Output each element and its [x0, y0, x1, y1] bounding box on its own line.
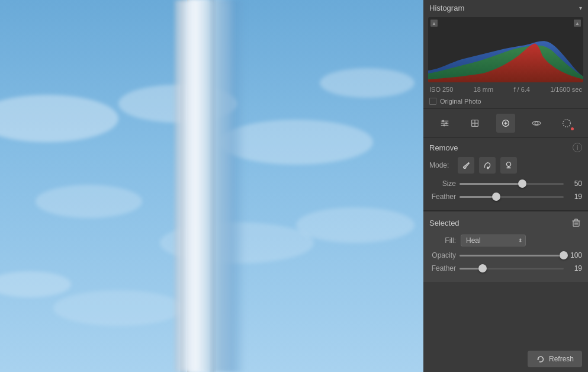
exif-focal: 18 mm [474, 86, 494, 93]
svg-rect-10 [189, 0, 197, 372]
remove-feather-slider-row: Feather 19 [429, 193, 582, 201]
exif-bar: ISO 250 18 mm f / 6.4 1/1600 sec [423, 84, 588, 95]
mode-stamp-button[interactable] [500, 157, 517, 174]
remove-feather-slider-value: 19 [567, 193, 582, 201]
svg-rect-16 [210, 0, 214, 372]
adjustments-tool-button[interactable] [435, 114, 454, 133]
svg-point-3 [219, 120, 373, 165]
svg-rect-0 [0, 0, 423, 372]
svg-point-2 [118, 85, 237, 123]
histogram-highlight-clip[interactable]: ▲ [574, 20, 581, 27]
refresh-button-label: Refresh [549, 355, 574, 363]
selected-feather-slider-row: Feather 19 [429, 264, 582, 272]
opacity-slider-value: 100 [567, 251, 582, 259]
size-slider-track[interactable] [460, 183, 564, 185]
opacity-slider-track[interactable] [460, 255, 564, 256]
size-slider-thumb[interactable] [518, 179, 526, 188]
selected-title: Selected [429, 219, 460, 227]
tool-active-dot [571, 127, 574, 130]
heal-brush-tool-button[interactable] [496, 114, 515, 133]
size-slider-fill [460, 183, 522, 185]
svg-point-4 [36, 185, 142, 218]
delete-selected-button[interactable] [570, 217, 582, 229]
selected-header: Selected [429, 217, 582, 229]
remove-feather-slider-fill [460, 196, 496, 198]
opacity-slider-fill [460, 255, 564, 256]
fill-row: Fill: Heal Content Aware Clone [429, 235, 582, 246]
opacity-slider-row: Opacity 100 [429, 251, 582, 259]
remove-section: Remove i Mode: [423, 138, 588, 210]
mode-row: Mode: [429, 157, 582, 174]
size-slider-value: 50 [567, 179, 582, 188]
opacity-label: Opacity [429, 251, 456, 259]
svg-point-30 [535, 121, 538, 124]
svg-rect-34 [506, 168, 510, 169]
remove-feather-slider-track[interactable] [460, 196, 564, 198]
exif-shutter: 1/1600 sec [550, 86, 582, 93]
selected-feather-slider-thumb[interactable] [478, 264, 487, 272]
bottom-action-area: Refresh [423, 346, 588, 372]
remove-feather-slider-thumb[interactable] [492, 193, 500, 201]
histogram-chart: ▲ ▲ [428, 17, 583, 82]
eye-tool-button[interactable] [527, 114, 546, 133]
mode-lasso-button[interactable] [479, 157, 496, 174]
mode-label: Mode: [429, 161, 453, 169]
refresh-button[interactable]: Refresh [528, 351, 582, 367]
right-panel: Histogram ▾ ▲ ▲ [423, 0, 588, 372]
exif-iso: ISO 250 [429, 86, 453, 93]
selected-feather-label: Feather [429, 264, 456, 272]
histogram-dropdown-arrow[interactable]: ▾ [579, 5, 582, 11]
exif-aperture: f / 6.4 [513, 86, 530, 93]
svg-point-23 [443, 124, 445, 127]
svg-point-33 [506, 162, 510, 166]
svg-point-7 [0, 271, 71, 297]
photo-canvas [0, 0, 423, 372]
svg-point-9 [53, 290, 184, 326]
histogram-header: Histogram ▾ [423, 0, 588, 16]
remove-section-title: Remove [429, 143, 458, 152]
fill-select[interactable]: Heal Content Aware Clone [461, 235, 526, 246]
svg-rect-15 [181, 0, 185, 372]
divider-3 [423, 210, 588, 211]
svg-point-21 [442, 120, 444, 123]
histogram-shadow-clip[interactable]: ▲ [430, 20, 438, 27]
svg-rect-35 [508, 166, 510, 168]
svg-point-32 [487, 167, 489, 169]
opacity-slider-thumb[interactable] [560, 251, 568, 259]
remove-info-button[interactable]: i [573, 143, 582, 152]
svg-point-6 [160, 222, 314, 264]
refresh-icon [536, 354, 545, 364]
svg-point-8 [296, 207, 415, 243]
original-photo-row: Original Photo [423, 95, 588, 108]
original-photo-checkbox[interactable] [429, 98, 436, 105]
selected-section: Selected Fill: Heal Content Aware [423, 212, 588, 282]
svg-point-22 [445, 122, 448, 124]
histogram-title: Histogram [429, 4, 464, 12]
tool-icons-row [423, 109, 588, 137]
mode-brush-button[interactable] [458, 157, 474, 174]
size-slider-row: Size 50 [429, 179, 582, 188]
svg-point-1 [0, 95, 118, 142]
fill-select-wrapper[interactable]: Heal Content Aware Clone [461, 235, 526, 246]
selected-feather-slider-value: 19 [567, 264, 582, 272]
remove-feather-label: Feather [429, 193, 456, 201]
selected-feather-slider-track[interactable] [460, 268, 564, 270]
fill-label: Fill: [429, 236, 456, 245]
svg-rect-13 [187, 0, 222, 372]
svg-rect-12 [184, 0, 231, 372]
svg-rect-17 [213, 0, 216, 372]
svg-rect-11 [187, 0, 189, 372]
selection-tool-button[interactable] [557, 114, 576, 133]
svg-rect-14 [189, 0, 207, 372]
transform-tool-button[interactable] [465, 114, 484, 133]
svg-point-31 [563, 120, 571, 127]
original-photo-label: Original Photo [440, 98, 481, 105]
svg-point-5 [320, 68, 415, 98]
size-label: Size [429, 179, 456, 188]
